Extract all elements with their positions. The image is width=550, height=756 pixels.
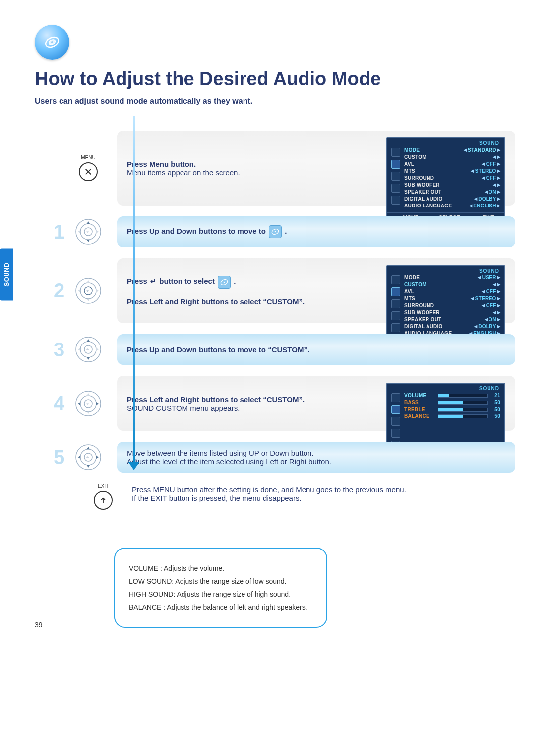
svg-marker-37 <box>96 402 99 405</box>
step-menu-text: Press Menu button. Menu items appear on … <box>127 160 379 177</box>
svg-text:↵: ↵ <box>86 401 90 406</box>
svg-marker-29 <box>96 348 99 351</box>
svg-marker-42 <box>87 447 90 449</box>
svg-point-22 <box>224 281 225 283</box>
section-tab: SOUND <box>0 248 13 300</box>
sound-menu-icon <box>269 225 282 238</box>
step-number: 2 <box>50 279 68 302</box>
sound-menu-icon <box>218 276 231 289</box>
note-volume: VOLUME : Adjusts the volume. <box>129 564 312 572</box>
svg-text:↵: ↵ <box>86 455 90 460</box>
svg-marker-44 <box>78 456 80 459</box>
step-3-text: Press Up and Down buttons to move to “CU… <box>127 345 505 354</box>
svg-marker-45 <box>96 456 99 459</box>
note-high-sound: HIGH SOUND: Adjusts the range size of hi… <box>129 590 312 598</box>
svg-marker-27 <box>87 357 90 360</box>
flow-arrow-line <box>133 116 135 463</box>
svg-marker-17 <box>87 299 90 301</box>
exit-button-label: EXIT <box>98 483 109 489</box>
note-low-sound: LOW SOUND: Adjusts the range size of low… <box>129 577 312 585</box>
osd-screenshot-1: SOUND MODESTANDARDCUSTOMAVLOFFMTSSTEREOS… <box>386 137 505 223</box>
svg-marker-28 <box>78 348 80 351</box>
svg-marker-16 <box>87 280 90 283</box>
step-number: 5 <box>50 446 68 469</box>
enter-icon: ↵ <box>150 277 156 285</box>
exit-step-text: Press MENU button after the setting is d… <box>132 483 406 510</box>
svg-marker-9 <box>96 230 99 233</box>
svg-marker-43 <box>87 465 90 468</box>
step-number: 4 <box>50 392 68 414</box>
svg-point-12 <box>275 231 276 233</box>
svg-text:↵: ↵ <box>86 229 90 234</box>
page-title: How to Adjust the Desired Audio Mode <box>35 69 515 90</box>
svg-marker-19 <box>96 289 99 292</box>
svg-marker-36 <box>78 402 80 405</box>
step-1-text: Press Up and Down buttons to move to . <box>127 225 505 238</box>
dpad-icon: ↵ <box>75 391 101 416</box>
exit-button-icon <box>94 491 113 510</box>
dpad-icon: ↵ <box>75 278 101 304</box>
step-number: 3 <box>50 339 68 361</box>
svg-text:↵: ↵ <box>86 288 90 293</box>
svg-marker-35 <box>87 412 90 414</box>
svg-point-2 <box>51 41 53 43</box>
svg-marker-8 <box>78 230 80 233</box>
notes-box: VOLUME : Adjusts the volume. LOW SOUND: … <box>114 548 327 628</box>
step-4-text: Press Left and Right buttons to select “… <box>127 395 379 412</box>
step-2-text: Press ↵ button to select . Press Left an… <box>127 276 379 306</box>
page-subtitle: Users can adjust sound mode automaticall… <box>35 97 515 106</box>
dpad-icon: ↵ <box>75 219 101 245</box>
svg-marker-18 <box>78 289 80 292</box>
speaker-icon <box>35 25 69 60</box>
note-balance: BALANCE : Adjusts the balance of left an… <box>129 603 312 611</box>
svg-marker-26 <box>87 339 90 342</box>
page-number: 39 <box>35 621 43 629</box>
svg-marker-34 <box>87 393 90 396</box>
svg-marker-7 <box>87 240 90 242</box>
flow-arrow-head <box>128 462 139 470</box>
dpad-icon: ↵ <box>75 337 101 362</box>
section-logo <box>35 25 515 60</box>
dpad-icon: ↵ <box>75 444 101 470</box>
step-number: 1 <box>50 221 68 243</box>
step-5-text: Move between the items listed using UP o… <box>127 449 505 466</box>
menu-button-icon <box>79 162 98 181</box>
svg-marker-6 <box>87 221 90 224</box>
svg-text:↵: ↵ <box>86 347 90 352</box>
menu-button-label: MENU <box>81 155 95 160</box>
